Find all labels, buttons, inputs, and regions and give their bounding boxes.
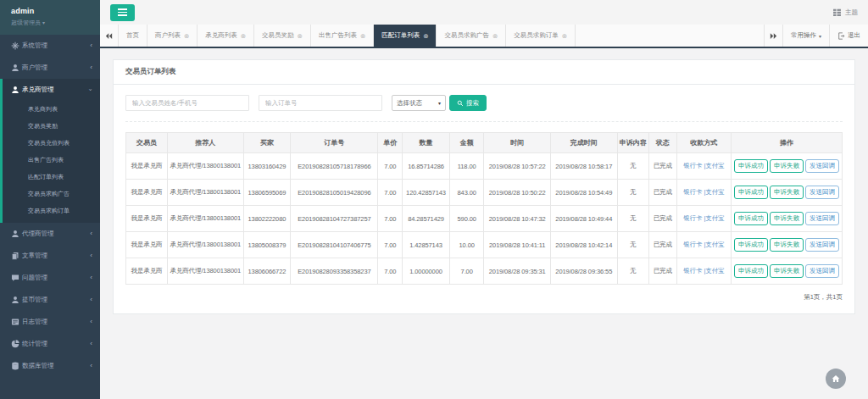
orders-panel: 交易员订单列表 选择状态 ▾ 搜索 [113,59,855,314]
tab-close-icon[interactable]: ⊗ [360,32,365,40]
table-cell: 2019/08/28 10:42:14 [551,232,618,258]
appeal-success-button[interactable]: 申诉成功 [734,264,768,278]
tab-2[interactable]: 承兑商列表⊗ [198,25,254,47]
sidebar-section-5: 问题管理‹ [0,267,100,289]
appeal-success-button[interactable]: 申诉成功 [734,238,768,252]
column-header: 状态 [648,133,676,153]
tab-close-icon[interactable]: ⊗ [562,32,567,40]
send-callback-button[interactable]: 发送回调 [805,159,839,173]
floating-home-button[interactable] [826,369,846,389]
logout-button[interactable]: 退出 [829,25,868,47]
pagination-info: 第1页，共1页 [125,293,843,302]
sidebar-item-label: 承兑商管理 [22,86,54,94]
theme-switcher[interactable]: 主题 [832,8,858,17]
user-icon [11,230,22,238]
order-no-input[interactable] [259,95,382,111]
sidebar-subitem-5[interactable]: 交易员求购广告 [3,186,100,202]
sidebar-item-5[interactable]: 问题管理‹ [3,267,100,289]
actions-cell: 申诉成功申诉失败发送回调 [731,153,842,180]
send-callback-button[interactable]: 发送回调 [805,212,839,225]
sidebar-item-1[interactable]: 商户管理‹ [3,57,100,79]
caret-down-icon: ▾ [42,20,45,25]
sidebar-item-2[interactable]: 承兑商管理‹ [3,79,100,101]
appeal-fail-button[interactable]: 申诉失败 [770,159,804,173]
sidebar-item-3[interactable]: 代理商管理‹ [3,223,100,245]
select-arrow-icon: ▾ [438,100,441,106]
send-callback-button[interactable]: 发送回调 [805,264,839,278]
chevron-left-icon: ‹ [90,363,92,369]
pay-method-link[interactable]: 银行卡 |支付宝 [683,241,724,248]
tab-label: 商户列表 [155,31,181,40]
column-header: 时间 [484,133,551,153]
search-bar: 选择状态 ▾ 搜索 [125,95,843,111]
tab-close-icon[interactable]: ⊗ [298,32,303,40]
sidebar-item-8[interactable]: 统计管理‹ [3,333,100,355]
role-dropdown[interactable]: 超级管理员 ▾ [11,19,89,27]
tab-7[interactable]: 交易员求购订单⊗ [506,25,576,47]
tab-3[interactable]: 交易员奖励⊗ [254,25,311,47]
tab-close-icon[interactable]: ⊗ [241,32,246,40]
sidebar-subitem-0[interactable]: 承兑商列表 [3,101,100,118]
tab-6[interactable]: 交易员求购广告⊗ [437,25,506,47]
orders-table: 交易员推荐人买家订单号单价数量金额时间完成时间申诉内容状态收款方式操作我是承兑商… [125,132,843,285]
sidebar-item-7[interactable]: 日志管理‹ [3,311,100,333]
panel-body: 选择状态 ▾ 搜索 交易员推荐人买家订单号单价数量金额时间完成时间申诉内容状态收… [114,85,854,313]
role-label: 超级管理员 [11,19,41,25]
db-icon [11,362,22,370]
sidebar-subitem-2[interactable]: 交易员充值列表 [3,135,100,152]
appeal-fail-button[interactable]: 申诉失败 [770,238,804,252]
pay-method-link[interactable]: 银行卡 |支付宝 [683,162,724,169]
appeal-fail-button[interactable]: 申诉失败 [770,264,804,278]
tab-4[interactable]: 出售广告列表⊗ [311,25,374,47]
sidebar-subitem-3[interactable]: 出售广告列表 [3,152,100,169]
pay-method-link[interactable]: 银行卡 |支付宝 [683,267,724,274]
table-cell: 已完成 [648,206,676,232]
appeal-fail-button[interactable]: 申诉失败 [770,212,804,225]
table-cell: 1.42857143 [403,232,450,258]
column-header: 数量 [403,133,450,153]
tab-5[interactable]: 匹配订单列表⊗ [374,25,437,47]
sidebar-subitem-6[interactable]: 交易员求购订单 [3,202,100,219]
table-cell: E20190828104727387257 [291,206,378,232]
trader-name-input[interactable] [125,95,249,111]
pay-method-link[interactable]: 银行卡 |支付宝 [683,214,724,222]
tab-close-icon[interactable]: ⊗ [492,32,498,40]
tab-label: 交易员求购广告 [444,31,489,40]
sidebar-item-4[interactable]: 文章管理‹ [3,245,100,267]
sidebar-item-label: 数据库管理 [22,362,54,370]
sidebar-section-2: 承兑商管理‹承兑商列表交易员奖励交易员充值列表出售广告列表匹配订单列表交易员求购… [0,79,100,223]
table-cell: E20190828105718178966 [291,153,378,180]
table-cell: 2019/08/28 10:54:49 [551,180,618,206]
files-icon [11,252,22,260]
logout-label: 退出 [848,31,860,40]
sidebar-subitem-1[interactable]: 交易员奖励 [3,118,100,135]
appeal-success-button[interactable]: 申诉成功 [734,186,768,199]
menu-toggle-button[interactable] [110,4,135,21]
caret-down-icon: ▾ [819,33,821,39]
appeal-success-button[interactable]: 申诉成功 [734,212,768,225]
sidebar-item-0[interactable]: 系统管理‹ [3,35,100,57]
gear-icon [11,42,22,50]
table-cell: E20190828093358358237 [291,258,378,285]
tab-close-icon[interactable]: ⊗ [423,32,428,40]
sidebar-item-label: 日志管理 [22,318,47,326]
tab-0[interactable]: 首页 [119,25,147,47]
appeal-success-button[interactable]: 申诉成功 [734,159,768,173]
sidebar-subitem-4[interactable]: 匹配订单列表 [3,169,100,186]
sidebar-item-9[interactable]: 数据库管理‹ [3,355,100,377]
sidebar-section-8: 统计管理‹ [0,333,100,355]
status-select[interactable]: 选择状态 ▾ [392,95,446,111]
send-callback-button[interactable]: 发送回调 [805,238,839,252]
appeal-fail-button[interactable]: 申诉失败 [770,186,804,199]
sidebar-item-6[interactable]: 提币管理‹ [3,289,100,311]
tabs-scroll-left-button[interactable] [100,25,119,47]
table-cell: 无 [617,180,648,206]
common-actions-dropdown[interactable]: 常用操作 ▾ [782,25,829,47]
tabs-scroll-right-button[interactable] [764,25,782,47]
tab-close-icon[interactable]: ⊗ [184,32,189,40]
send-callback-button[interactable]: 发送回调 [805,186,839,199]
table-row: 我是承兑商承兑商代理/1380013800113806066722E201908… [126,258,843,285]
pay-method-link[interactable]: 银行卡 |支付宝 [683,188,724,196]
search-button[interactable]: 搜索 [449,95,487,111]
tab-1[interactable]: 商户列表⊗ [147,25,198,47]
